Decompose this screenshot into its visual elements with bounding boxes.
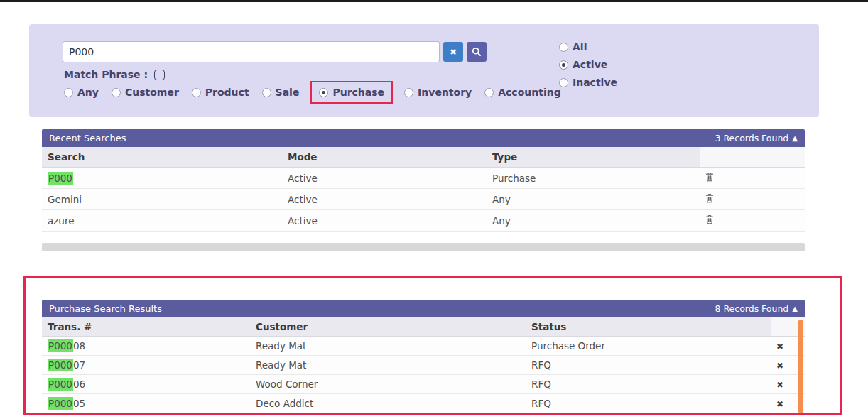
recent-row-1-search: P000 <box>42 168 282 189</box>
trash-icon[interactable] <box>705 214 714 227</box>
trash-icon[interactable] <box>705 172 714 184</box>
search-icon <box>472 47 482 57</box>
collapse-up-icon: ▲ <box>792 135 798 142</box>
radio-any-label: Any <box>77 87 99 98</box>
purchase-row-2-customer: Ready Mat <box>250 356 526 375</box>
match-phrase-checkbox[interactable] <box>154 70 165 80</box>
radio-inactive-label: Inactive <box>573 77 617 88</box>
purchase-row-1-customer: Ready Mat <box>250 337 526 356</box>
recent-searches-title: Recent Searches <box>49 133 126 143</box>
recent-row-2-actions <box>700 189 805 210</box>
recent-row-2-mode: Active <box>282 189 487 210</box>
radio-purchase-icon <box>319 88 328 97</box>
purchase-results-title: Purchase Search Results <box>49 303 162 314</box>
recent-row-3-actions <box>700 210 805 232</box>
purchase-row-2-status: RFQ <box>526 356 771 375</box>
highlighted-match: P000 <box>48 378 73 391</box>
radio-product-icon <box>192 88 201 97</box>
purchase-row-3-customer: Wood Corner <box>250 375 526 394</box>
recent-records-found-toggle[interactable]: 3 Records Found ▲ <box>715 133 798 143</box>
trans-suffix: 05 <box>73 398 85 409</box>
search-type-options: Any Customer Product Sale Purchase Inven… <box>64 87 561 98</box>
purchase-records-found-label: 8 Records Found <box>715 303 789 314</box>
radio-customer[interactable]: Customer <box>112 87 179 98</box>
trans-suffix: 07 <box>73 359 85 371</box>
vertical-scrollbar[interactable] <box>798 320 803 413</box>
radio-product-label: Product <box>205 87 249 98</box>
remove-row-icon[interactable]: ✖ <box>776 399 783 409</box>
radio-active-icon <box>559 60 568 70</box>
remove-row-icon[interactable]: ✖ <box>776 361 783 371</box>
purchase-row-1-trans: P00008 <box>42 337 250 356</box>
radio-purchase-selected[interactable]: Purchase <box>310 81 393 104</box>
recent-row-3: azure Active Any <box>42 210 805 232</box>
purchase-row-3-trans: P00006 <box>42 375 250 394</box>
highlighted-match: P000 <box>48 397 73 410</box>
radio-active-label: Active <box>573 59 607 70</box>
col-header-actions <box>700 147 805 168</box>
col-header-customer: Customer <box>250 317 526 337</box>
trans-suffix: 08 <box>73 340 85 352</box>
purchase-results-table: Trans. # Customer Status P00008 Ready Ma… <box>42 317 805 413</box>
clear-icon: ✖ <box>450 48 456 57</box>
radio-any[interactable]: Any <box>64 87 99 98</box>
col-header-status: Status <box>526 317 771 337</box>
radio-any-icon <box>64 88 73 97</box>
radio-product[interactable]: Product <box>192 87 249 98</box>
highlighted-match: P000 <box>48 359 73 371</box>
recent-row-2-type: Any <box>487 189 700 210</box>
radio-all-label: All <box>573 41 587 53</box>
col-header-type: Type <box>487 147 700 168</box>
recent-header-row: Search Mode Type <box>42 147 805 168</box>
status-options: All Active Inactive <box>559 41 617 88</box>
radio-inactive-icon <box>559 78 568 87</box>
purchase-row-4-customer: Deco Addict <box>250 394 526 413</box>
highlighted-match: P000 <box>48 172 73 185</box>
radio-inventory[interactable]: Inventory <box>404 87 472 98</box>
match-phrase-row: Match Phrase : <box>64 69 165 80</box>
remove-row-icon[interactable]: ✖ <box>776 342 783 352</box>
search-panel: ✖ Match Phrase : Any Customer <box>29 24 819 117</box>
collapse-up-icon: ▲ <box>792 305 798 312</box>
radio-customer-icon <box>112 88 121 97</box>
radio-accounting-label: Accounting <box>498 87 560 98</box>
horizontal-scrollbar[interactable] <box>42 243 805 251</box>
recent-records-found-label: 3 Records Found <box>715 133 789 143</box>
radio-sale-label: Sale <box>276 87 300 98</box>
remove-row-icon[interactable]: ✖ <box>776 380 783 390</box>
recent-row-1-type: Purchase <box>487 168 700 189</box>
purchase-row-1: P00008 Ready Mat Purchase Order ✖ <box>42 337 805 356</box>
purchase-row-3: P00006 Wood Corner RFQ ✖ <box>42 375 805 394</box>
purchase-row-2: P00007 Ready Mat RFQ ✖ <box>42 356 805 375</box>
radio-accounting[interactable]: Accounting <box>484 87 560 98</box>
radio-inactive[interactable]: Inactive <box>559 77 617 88</box>
recent-row-1: P000 Active Purchase <box>42 168 805 189</box>
radio-customer-label: Customer <box>125 87 179 98</box>
recent-searches-panel: Recent Searches 3 Records Found ▲ Search… <box>42 129 805 232</box>
purchase-results-panel: Purchase Search Results 8 Records Found … <box>42 300 805 413</box>
purchase-results-header: Purchase Search Results 8 Records Found … <box>42 300 805 317</box>
radio-all[interactable]: All <box>559 41 617 53</box>
highlighted-match: P000 <box>48 339 73 352</box>
purchase-row-4-trans: P00005 <box>42 394 250 413</box>
recent-row-1-mode: Active <box>282 168 487 189</box>
search-row: ✖ <box>63 41 487 62</box>
radio-active-selected[interactable]: Active <box>559 59 617 70</box>
page: ✖ Match Phrase : Any Customer <box>0 0 868 419</box>
search-button[interactable] <box>467 42 487 62</box>
purchase-records-found-toggle[interactable]: 8 Records Found ▲ <box>715 303 798 314</box>
match-phrase-label: Match Phrase : <box>64 69 148 80</box>
radio-inventory-label: Inventory <box>418 87 472 98</box>
recent-searches-table: Search Mode Type P000 Active Purchase <box>42 147 805 232</box>
recent-row-2-search: Gemini <box>42 189 282 210</box>
trash-icon[interactable] <box>705 193 714 205</box>
search-input[interactable] <box>63 41 440 62</box>
radio-sale[interactable]: Sale <box>262 87 300 98</box>
purchase-row-2-trans: P00007 <box>42 356 250 375</box>
col-header-trans: Trans. # <box>42 317 250 337</box>
annotation-red-box: Purchase Search Results 8 Records Found … <box>23 276 842 415</box>
recent-row-3-search: azure <box>42 210 282 232</box>
col-header-mode: Mode <box>282 147 487 168</box>
clear-search-button[interactable]: ✖ <box>443 42 463 62</box>
purchase-row-1-status: Purchase Order <box>526 337 771 356</box>
